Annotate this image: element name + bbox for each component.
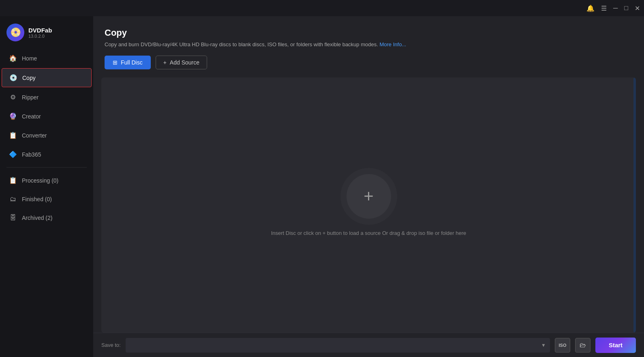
copy-icon: 💿 [9,74,17,82]
full-disc-icon: ⊞ [113,59,118,66]
logo-text: DVDFab 13.0.2.0 [28,27,52,39]
sidebar-item-home[interactable]: 🏠 Home [2,49,92,67]
archived-icon: 🗄 [9,214,17,222]
sidebar-item-archived[interactable]: 🗄 Archived (2) [2,209,92,227]
add-source-plus-icon: + [163,59,167,66]
title-bar-controls: 🔔 ☰ ─ □ ✕ [586,4,640,12]
sidebar-item-label: Archived (2) [22,215,84,221]
toolbar: ⊞ Full Disc + Add Source [105,56,633,69]
sidebar-item-label: Home [22,55,84,62]
add-source-circle-button[interactable]: + [347,174,391,219]
title-bar: 🔔 ☰ ─ □ ✕ [0,0,644,16]
save-to-label: Save to: [101,342,121,348]
iso-button[interactable]: ISO [555,338,570,353]
scrollbar[interactable] [633,77,636,333]
finished-icon: 🗂 [9,196,17,203]
save-to-wrapper: ▼ [126,338,550,353]
more-info-link[interactable]: More Info... [379,41,406,47]
sidebar-item-copy[interactable]: 💿 Copy [2,68,92,87]
menu-icon[interactable]: ☰ [601,4,607,12]
start-button[interactable]: Start [595,338,636,353]
maximize-button[interactable]: □ [624,4,628,12]
converter-icon: 📋 [9,131,17,139]
sidebar-nav: 🏠 Home 💿 Copy ⚙ Ripper 🔮 Creator 📋 Conve [0,49,93,357]
sidebar-item-creator[interactable]: 🔮 Creator [2,107,92,125]
sidebar-item-label: Creator [22,113,84,120]
notification-icon[interactable]: 🔔 [586,4,595,12]
sidebar-item-fab365[interactable]: 🔷 Fab365 [2,145,92,163]
sidebar-item-processing[interactable]: 📋 Processing (0) [2,171,92,189]
logo-version: 13.0.2.0 [28,34,52,39]
close-button[interactable]: ✕ [635,4,640,12]
drop-plus-icon: + [364,188,374,205]
sidebar: DVDFab 13.0.2.0 🏠 Home 💿 Copy ⚙ Ripper � [0,16,93,357]
creator-icon: 🔮 [9,112,17,120]
sidebar-item-label: Fab365 [22,151,84,158]
sidebar-item-label: Ripper [22,94,84,101]
drop-area[interactable]: + Insert Disc or click on + button to lo… [101,77,636,333]
main-content: Copy Copy and burn DVD/Blu-ray/4K Ultra … [93,16,644,357]
sidebar-item-label: Converter [22,132,84,139]
fab365-icon: 🔷 [9,151,17,158]
ripper-icon: ⚙ [9,93,17,101]
home-icon: 🏠 [9,54,17,62]
save-to-field[interactable]: ▼ [126,338,550,353]
page-title: Copy [105,28,633,38]
sidebar-item-label: Processing (0) [22,177,84,184]
folder-button[interactable]: 🗁 [575,338,591,353]
logo-name: DVDFab [28,27,52,34]
nav-divider [6,167,87,168]
drop-hint: Insert Disc or click on + button to load… [271,230,466,236]
folder-icon: 🗁 [580,342,586,349]
minimize-button[interactable]: ─ [613,4,618,12]
sidebar-logo: DVDFab 13.0.2.0 [0,16,93,49]
sidebar-item-label: Finished (0) [22,196,84,202]
logo-avatar [6,24,24,41]
dropdown-chevron-icon[interactable]: ▼ [541,342,546,348]
app-body: DVDFab 13.0.2.0 🏠 Home 💿 Copy ⚙ Ripper � [0,16,644,357]
sidebar-item-ripper[interactable]: ⚙ Ripper [2,88,92,106]
processing-icon: 📋 [9,176,17,184]
add-source-button[interactable]: + Add Source [156,56,207,69]
page-header: Copy Copy and burn DVD/Blu-ray/4K Ultra … [93,16,644,77]
sidebar-item-finished[interactable]: 🗂 Finished (0) [2,190,92,208]
bottom-bar: Save to: ▼ ISO 🗁 Start [93,333,644,357]
sidebar-item-converter[interactable]: 📋 Converter [2,126,92,144]
full-disc-button[interactable]: ⊞ Full Disc [105,56,151,69]
page-desc: Copy and burn DVD/Blu-ray/4K Ultra HD Bl… [105,41,633,47]
page-desc-text: Copy and burn DVD/Blu-ray/4K Ultra HD Bl… [105,41,378,47]
sidebar-item-label: Copy [22,75,84,81]
